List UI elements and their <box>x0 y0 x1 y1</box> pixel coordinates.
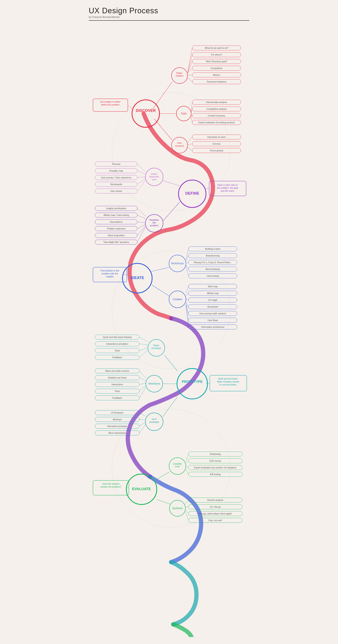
svg-line-112 <box>139 350 148 357</box>
svg-line-10 <box>188 48 192 73</box>
svg-text:Interactions simulation: Interactions simulation <box>106 342 128 345</box>
svg-text:to succeed faster.: to succeed faster. <box>219 383 237 386</box>
svg-text:Does the solution: Does the solution <box>102 482 119 485</box>
svg-line-133 <box>139 425 145 433</box>
svg-line-106 <box>139 337 148 342</box>
prototype-label: PROTOTYPE <box>182 380 203 384</box>
svg-text:tests: tests <box>175 465 180 468</box>
svg-line-121 <box>139 386 146 391</box>
svg-text:Black and white screens: Black and white screens <box>105 370 129 372</box>
svg-line-83 <box>186 266 188 276</box>
svg-text:Benchmarking: Benchmarking <box>206 268 220 270</box>
svg-line-119 <box>139 383 146 384</box>
svg-line-140 <box>186 454 188 461</box>
svg-text:and the users: and the users <box>221 190 234 192</box>
svg-line-142 <box>186 461 188 463</box>
ideate-label: IDEATE <box>131 276 144 280</box>
svg-text:Feedback: Feedback <box>112 356 122 358</box>
svg-text:User journey (with solution): User journey (with solution) <box>199 312 226 315</box>
svg-line-88 <box>186 293 188 296</box>
svg-text:Results analysis: Results analysis <box>207 499 223 501</box>
svg-line-90 <box>186 299 188 300</box>
svg-text:Data: Data <box>181 112 187 115</box>
svg-text:insights: insights <box>106 275 114 278</box>
svg-line-45 <box>137 164 145 172</box>
svg-line-29 <box>191 115 192 122</box>
svg-text:User: User <box>177 142 182 144</box>
svg-text:What do we want to do?: What do we want to do? <box>205 47 229 49</box>
eval-usability-line <box>156 472 169 480</box>
svg-text:Build and test ideas.: Build and test ideas. <box>218 378 238 380</box>
svg-text:Metrics: Metrics <box>213 74 220 76</box>
svg-text:Hi-Fi: Hi-Fi <box>152 418 157 420</box>
svg-line-51 <box>137 179 145 184</box>
svg-line-66 <box>137 226 145 235</box>
svg-text:prototype: prototype <box>149 421 159 423</box>
page-title: UX Design Process <box>89 6 249 15</box>
svg-line-53 <box>137 181 145 191</box>
svg-text:user: user <box>152 178 157 181</box>
svg-text:SUS survey: SUS survey <box>209 460 221 462</box>
svg-text:Content inventory: Content inventory <box>208 114 225 117</box>
svg-line-96 <box>186 304 188 320</box>
svg-text:User journey / User experience: User journey / User experience <box>101 176 132 179</box>
svg-line-131 <box>139 422 145 426</box>
svg-text:If go, you win!: If go, you win! <box>208 519 222 522</box>
svg-text:Assumptions: Assumptions <box>110 220 123 223</box>
svg-text:A/B testing: A/B testing <box>210 473 221 476</box>
svg-text:Under-: Under- <box>151 173 158 175</box>
svg-text:Quick and dirty hand drawing: Quick and dirty hand drawing <box>103 336 132 338</box>
svg-text:problem: problem <box>150 224 158 227</box>
svg-line-127 <box>139 413 145 416</box>
svg-text:Make mistakes quickly: Make mistakes quickly <box>217 380 239 383</box>
svg-text:stand the: stand the <box>149 176 159 178</box>
svg-text:UX magic: UX magic <box>208 299 218 301</box>
svg-text:Problem statement: Problem statement <box>107 227 126 230</box>
svg-text:Affinity map / Card sorting: Affinity map / Card sorting <box>104 214 129 216</box>
svg-text:research: research <box>175 144 184 147</box>
svg-text:Redefine: Redefine <box>150 219 159 221</box>
svg-line-18 <box>188 75 192 75</box>
svg-text:Information architecture: Information architecture <box>201 326 224 328</box>
svg-text:Building a team: Building a team <box>205 248 221 250</box>
svg-line-64 <box>137 224 145 228</box>
svg-text:answer the problem?: answer the problem? <box>101 486 121 488</box>
svg-line-108 <box>139 344 148 345</box>
svg-text:holders: holders <box>176 74 184 77</box>
svg-text:If no-go, same player shoot ag: If no-go, same player shoot again! <box>199 512 232 515</box>
svg-text:Technical limitations: Technical limitations <box>207 80 226 83</box>
discover-stakeholders-line <box>153 82 172 109</box>
svg-line-155 <box>185 512 188 520</box>
svg-text:Interviews of users: Interviews of users <box>207 136 226 138</box>
svg-text:prototype: prototype <box>151 347 161 349</box>
svg-text:UI Research: UI Research <box>111 412 124 414</box>
ideate-creation-line <box>152 285 169 296</box>
svg-line-60 <box>137 215 145 219</box>
svg-text:For whom?: For whom? <box>211 54 222 56</box>
svg-text:problem with the: problem with the <box>102 272 118 275</box>
ideate-workshops-line <box>152 267 169 272</box>
svg-text:User flows: User flows <box>207 319 218 322</box>
svg-text:Tests: Tests <box>115 349 120 352</box>
svg-text:User stories: User stories <box>110 190 122 192</box>
svg-text:Value proposition: Value proposition <box>108 234 125 236</box>
svg-text:Micro-interactions: Micro-interactions <box>109 432 126 434</box>
svg-line-37 <box>187 147 192 150</box>
svg-text:Interactive prototype: Interactive prototype <box>107 425 127 428</box>
svg-line-12 <box>188 55 192 73</box>
svg-text:Playing 6 to 1, Crazy 8, Round: Playing 6 to 1, Crazy 8, Round Robin... <box>193 261 232 264</box>
svg-line-47 <box>137 171 145 174</box>
svg-text:Competitors: Competitors <box>211 67 223 70</box>
svg-text:Empathy map: Empathy map <box>109 170 123 172</box>
svg-text:Surveys: Surveys <box>212 142 221 145</box>
svg-line-92 <box>186 302 188 307</box>
evaluate-label: EVALUATE <box>132 487 151 491</box>
svg-text:Brainstorming: Brainstorming <box>206 254 220 257</box>
svg-line-33 <box>188 137 192 143</box>
svg-line-23 <box>191 102 192 112</box>
svg-text:Find solution to the: Find solution to the <box>101 269 119 272</box>
svg-text:Interactions: Interactions <box>112 383 123 386</box>
svg-text:the problem, the goal: the problem, the goal <box>217 186 238 189</box>
svg-text:define the problem: define the problem <box>101 104 120 106</box>
svg-line-14 <box>188 62 192 73</box>
